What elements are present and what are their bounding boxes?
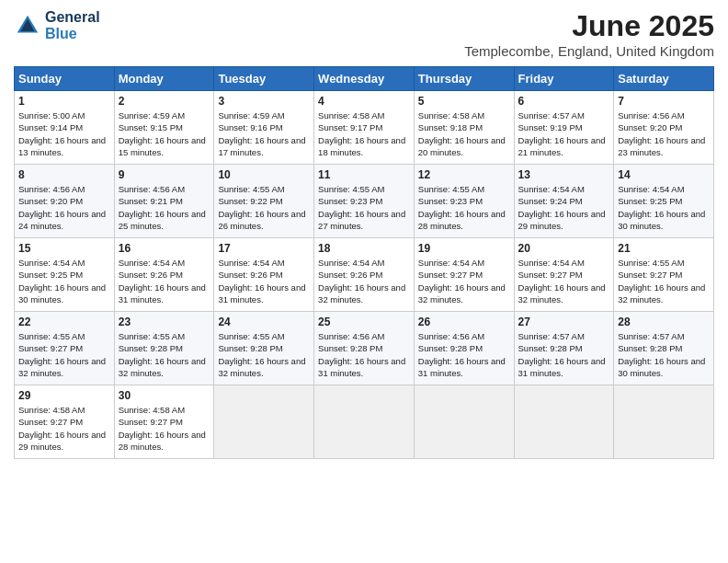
day-info: Sunrise: 4:54 AMSunset: 9:27 PMDaylight:… [418, 257, 510, 305]
day-info: Sunrise: 4:54 AMSunset: 9:26 PMDaylight:… [318, 257, 410, 305]
day-number: 9 [119, 168, 210, 181]
logo-icon [14, 12, 41, 40]
sunset-text: Sunset: 9:25 PM [18, 270, 83, 280]
day-info: Sunrise: 4:56 AMSunset: 9:28 PMDaylight:… [418, 330, 510, 379]
sunset-text: Sunset: 9:17 PM [318, 122, 382, 132]
sunrise-text: Sunrise: 4:54 AM [518, 258, 585, 268]
title-block: June 2025 Templecombe, England, United K… [464, 9, 714, 59]
sunset-text: Sunset: 9:27 PM [119, 417, 183, 427]
daylight-text: Daylight: 16 hours and 31 minutes. [518, 356, 606, 378]
cell-2-3: 11Sunrise: 4:55 AMSunset: 9:23 PMDayligh… [314, 165, 415, 238]
cell-5-5 [514, 385, 614, 459]
cell-2-1: 9Sunrise: 4:56 AMSunset: 9:21 PMDaylight… [114, 165, 214, 238]
sunrise-text: Sunrise: 4:59 AM [218, 110, 284, 121]
cell-3-1: 16Sunrise: 4:54 AMSunset: 9:26 PMDayligh… [114, 238, 214, 312]
day-info: Sunrise: 4:59 AMSunset: 9:15 PMDaylight:… [119, 109, 210, 158]
day-info: Sunrise: 4:55 AMSunset: 9:28 PMDaylight:… [218, 330, 310, 379]
sunrise-text: Sunrise: 4:54 AM [18, 258, 85, 268]
sunset-text: Sunset: 9:20 PM [18, 196, 83, 206]
sunrise-text: Sunrise: 4:56 AM [618, 110, 684, 121]
day-number: 19 [418, 242, 510, 255]
day-info: Sunrise: 4:57 AMSunset: 9:19 PMDaylight:… [518, 109, 610, 158]
sunrise-text: Sunrise: 4:55 AM [418, 184, 484, 194]
sunrise-text: Sunrise: 4:58 AM [418, 110, 484, 121]
col-sunday: Sunday [15, 67, 115, 91]
daylight-text: Daylight: 16 hours and 31 minutes. [318, 356, 405, 378]
day-info: Sunrise: 4:54 AMSunset: 9:25 PMDaylight:… [18, 257, 110, 305]
day-number: 10 [218, 168, 310, 181]
cell-3-6: 21Sunrise: 4:55 AMSunset: 9:27 PMDayligh… [614, 238, 714, 312]
daylight-text: Daylight: 16 hours and 18 minutes. [318, 135, 405, 157]
sunrise-text: Sunrise: 4:57 AM [518, 331, 585, 341]
day-info: Sunrise: 4:54 AMSunset: 9:26 PMDaylight:… [218, 257, 310, 305]
day-info: Sunrise: 4:55 AMSunset: 9:23 PMDaylight:… [418, 183, 510, 232]
col-wednesday: Wednesday [314, 67, 415, 91]
sunrise-text: Sunrise: 4:56 AM [318, 331, 384, 341]
day-number: 18 [318, 242, 410, 255]
calendar-table: Sunday Monday Tuesday Wednesday Thursday… [14, 66, 714, 459]
sunrise-text: Sunrise: 4:55 AM [318, 184, 384, 194]
day-info: Sunrise: 4:54 AMSunset: 9:25 PMDaylight:… [618, 183, 710, 232]
sunset-text: Sunset: 9:27 PM [618, 270, 682, 280]
cell-1-1: 2Sunrise: 4:59 AMSunset: 9:15 PMDaylight… [114, 91, 214, 165]
logo-general: General [45, 9, 100, 26]
daylight-text: Daylight: 16 hours and 13 minutes. [18, 135, 106, 157]
sunrise-text: Sunrise: 4:58 AM [318, 110, 384, 121]
cell-5-0: 29Sunrise: 4:58 AMSunset: 9:27 PMDayligh… [15, 385, 115, 459]
day-number: 20 [518, 242, 610, 255]
sunrise-text: Sunrise: 4:56 AM [18, 184, 85, 194]
daylight-text: Daylight: 16 hours and 27 minutes. [318, 209, 405, 231]
sunrise-text: Sunrise: 4:54 AM [418, 258, 484, 268]
sunset-text: Sunset: 9:20 PM [618, 122, 682, 132]
month-title: June 2025 [464, 9, 714, 43]
header: General Blue June 2025 Templecombe, Engl… [14, 9, 714, 59]
sunset-text: Sunset: 9:23 PM [318, 196, 382, 206]
sunset-text: Sunset: 9:27 PM [418, 270, 483, 280]
day-number: 26 [418, 316, 510, 328]
sunrise-text: Sunrise: 4:56 AM [418, 331, 484, 341]
sunset-text: Sunset: 9:24 PM [518, 196, 583, 206]
day-info: Sunrise: 4:55 AMSunset: 9:23 PMDaylight:… [318, 183, 410, 232]
cell-4-3: 25Sunrise: 4:56 AMSunset: 9:28 PMDayligh… [314, 312, 415, 385]
col-tuesday: Tuesday [214, 67, 314, 91]
sunset-text: Sunset: 9:15 PM [119, 122, 183, 132]
daylight-text: Daylight: 16 hours and 31 minutes. [418, 356, 506, 378]
week-row-3: 15Sunrise: 4:54 AMSunset: 9:25 PMDayligh… [15, 238, 714, 312]
cell-2-5: 13Sunrise: 4:54 AMSunset: 9:24 PMDayligh… [514, 165, 614, 238]
daylight-text: Daylight: 16 hours and 32 minutes. [318, 282, 405, 304]
cell-1-5: 6Sunrise: 4:57 AMSunset: 9:19 PMDaylight… [514, 91, 614, 165]
day-info: Sunrise: 4:54 AMSunset: 9:26 PMDaylight:… [119, 257, 210, 305]
location-title: Templecombe, England, United Kingdom [464, 43, 714, 59]
day-info: Sunrise: 4:57 AMSunset: 9:28 PMDaylight:… [618, 330, 710, 379]
day-number: 28 [618, 316, 710, 328]
cell-1-6: 7Sunrise: 4:56 AMSunset: 9:20 PMDaylight… [614, 91, 714, 165]
daylight-text: Daylight: 16 hours and 29 minutes. [18, 430, 106, 452]
cell-2-2: 10Sunrise: 4:55 AMSunset: 9:22 PMDayligh… [214, 165, 314, 238]
col-friday: Friday [514, 67, 614, 91]
day-number: 22 [18, 316, 110, 328]
sunset-text: Sunset: 9:16 PM [218, 122, 282, 132]
sunset-text: Sunset: 9:28 PM [618, 343, 682, 353]
day-number: 17 [218, 242, 310, 255]
day-info: Sunrise: 4:56 AMSunset: 9:21 PMDaylight:… [119, 183, 210, 232]
day-info: Sunrise: 4:58 AMSunset: 9:27 PMDaylight:… [18, 404, 110, 453]
day-info: Sunrise: 4:56 AMSunset: 9:20 PMDaylight:… [618, 109, 710, 158]
sunset-text: Sunset: 9:28 PM [318, 343, 382, 353]
daylight-text: Daylight: 16 hours and 32 minutes. [18, 356, 106, 378]
cell-2-4: 12Sunrise: 4:55 AMSunset: 9:23 PMDayligh… [414, 165, 514, 238]
sunrise-text: Sunrise: 4:57 AM [618, 331, 684, 341]
sunset-text: Sunset: 9:28 PM [518, 343, 583, 353]
day-number: 2 [119, 95, 210, 108]
day-number: 1 [18, 95, 110, 108]
sunrise-text: Sunrise: 4:54 AM [318, 258, 384, 268]
daylight-text: Daylight: 16 hours and 32 minutes. [518, 282, 606, 304]
cell-2-6: 14Sunrise: 4:54 AMSunset: 9:25 PMDayligh… [614, 165, 714, 238]
week-row-2: 8Sunrise: 4:56 AMSunset: 9:20 PMDaylight… [15, 165, 714, 238]
day-info: Sunrise: 4:55 AMSunset: 9:27 PMDaylight:… [18, 330, 110, 379]
week-row-5: 29Sunrise: 4:58 AMSunset: 9:27 PMDayligh… [15, 385, 714, 459]
day-number: 24 [218, 316, 310, 328]
sunrise-text: Sunrise: 4:54 AM [518, 184, 585, 194]
cell-4-0: 22Sunrise: 4:55 AMSunset: 9:27 PMDayligh… [15, 312, 115, 385]
day-number: 8 [18, 168, 110, 181]
sunrise-text: Sunrise: 4:54 AM [618, 184, 684, 194]
